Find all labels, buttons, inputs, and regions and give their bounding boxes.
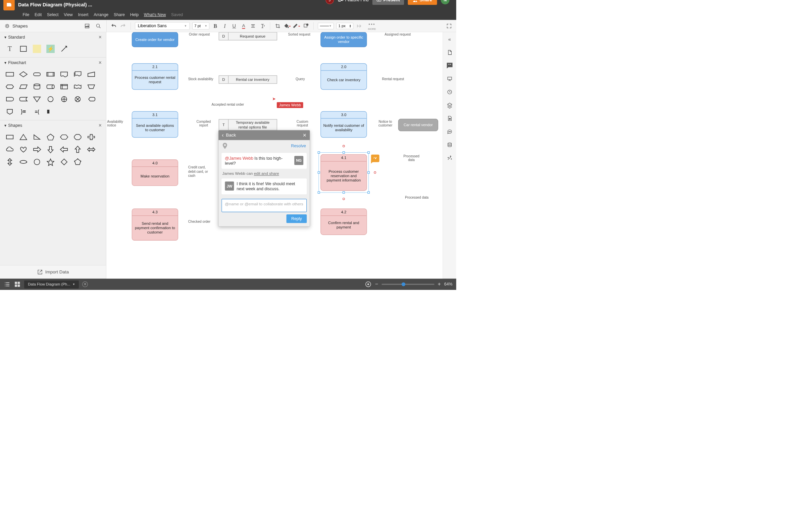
search-icon[interactable] [95, 23, 102, 29]
redo-icon[interactable] [120, 23, 126, 29]
fill-icon[interactable] [284, 23, 291, 29]
shape-paper-tape[interactable] [72, 82, 83, 91]
close-icon[interactable]: × [99, 34, 102, 40]
shape-bolt[interactable]: ⚡ [45, 44, 56, 53]
shape-connector[interactable] [45, 95, 56, 104]
shape-predefined[interactable] [45, 69, 56, 79]
shape-arrow-down[interactable] [45, 145, 56, 154]
zoom-in-icon[interactable]: + [438, 281, 441, 287]
datastore-temp-file[interactable]: T Temporary available rental options fil… [219, 119, 277, 131]
underline-icon[interactable]: U [231, 23, 237, 29]
shape-note[interactable] [32, 44, 42, 53]
shape-brace[interactable]: }≡ [18, 107, 29, 116]
menu-edit[interactable]: Edit [34, 12, 41, 18]
italic-icon[interactable]: I [222, 23, 228, 29]
process-4.2[interactable]: 4.2 Confirm rental and payment [320, 208, 367, 235]
line-width-select[interactable]: 1 px▲▼ [336, 23, 353, 29]
menu-view[interactable]: View [64, 12, 73, 18]
shape-hexagon[interactable] [59, 132, 69, 142]
datastore-request-queue[interactable]: D Request queue [219, 32, 277, 40]
zoom-slider[interactable] [381, 284, 434, 285]
undo-icon[interactable] [110, 23, 117, 29]
process-4.3[interactable]: 4.3 Send rental and payment confirmation… [132, 208, 178, 240]
shape-rect2[interactable] [4, 132, 15, 142]
document-icon[interactable] [3, 0, 15, 10]
shape-database[interactable] [32, 82, 42, 91]
process-create-order[interactable]: Create order for vendor [132, 32, 178, 47]
target-icon[interactable] [365, 281, 372, 288]
user-avatar-n[interactable]: N [441, 0, 450, 4]
present-button[interactable]: Present [372, 0, 404, 5]
more-button[interactable]: ••• MORE [368, 22, 376, 30]
panel-shapes-header[interactable]: ▾ Shapes× [0, 120, 106, 131]
process-assign-order[interactable]: Assign order to specific vendor [320, 32, 367, 47]
shape-arrow[interactable] [59, 44, 69, 53]
diagram-canvas[interactable]: Create order for vendor D Request queue … [106, 32, 442, 279]
shape-document[interactable] [59, 69, 69, 79]
shape-arrow-lr[interactable] [86, 145, 96, 154]
shape-or[interactable] [59, 95, 69, 104]
shape-delay[interactable] [4, 95, 15, 104]
external-vendor[interactable]: Car rental vendor [398, 119, 438, 131]
shape-card[interactable] [45, 107, 56, 116]
bold-icon[interactable]: B [212, 23, 219, 29]
share-button[interactable]: Share [408, 0, 437, 5]
process-2.0[interactable]: 2.0 Check car inventory [320, 63, 367, 90]
process-3.0[interactable]: 3.0 Notify rental customer of availabili… [320, 111, 367, 138]
shape-terminator[interactable] [32, 69, 42, 79]
menu-file[interactable]: File [23, 12, 29, 18]
shape-circle[interactable] [32, 157, 42, 167]
shape-rect[interactable] [18, 44, 29, 53]
chat-icon[interactable] [446, 128, 453, 135]
collaborator-avatar-j[interactable]: J [325, 0, 334, 4]
line-style-select[interactable]: ▼ [318, 23, 334, 29]
shape-merge[interactable] [32, 95, 42, 104]
page-icon[interactable] [446, 49, 453, 56]
menu-share[interactable]: Share [114, 12, 125, 18]
datastore-inventory[interactable]: D Rental car inventory [219, 76, 277, 84]
menu-insert[interactable]: Insert [78, 12, 89, 18]
layers-icon[interactable] [446, 101, 453, 109]
panel-flowchart-header[interactable]: ▾ Flowchart× [0, 57, 106, 68]
shape-octagon[interactable] [72, 132, 83, 142]
shape-heart[interactable] [18, 145, 29, 154]
close-icon[interactable]: × [99, 122, 102, 128]
import-data-button[interactable]: Import Data [0, 265, 106, 279]
menu-select[interactable]: Select [47, 12, 58, 18]
shape-callout-rect[interactable] [18, 157, 29, 167]
fullscreen-icon[interactable] [445, 23, 452, 29]
font-select[interactable]: Liberation Sans▼ [135, 22, 190, 30]
menu-whats-new[interactable]: What's New [144, 12, 166, 18]
page-tab[interactable]: Data Flow Diagram (Ph...▼ [24, 280, 79, 288]
theme-icon[interactable] [446, 115, 453, 122]
feature-find-button[interactable]: Feature Find [338, 0, 369, 3]
document-title[interactable]: Data Flow Diagram (Physical) ... [18, 2, 92, 7]
shape-right-tri[interactable] [32, 132, 42, 142]
shape-manual-input[interactable] [86, 69, 96, 79]
shape-process[interactable] [4, 69, 15, 79]
reply-button[interactable]: Reply [286, 214, 307, 223]
presentation-icon[interactable] [446, 75, 453, 83]
history-icon[interactable] [446, 88, 453, 96]
crop-icon[interactable] [274, 23, 281, 29]
shape-text[interactable]: T [4, 44, 15, 53]
shape-triangle[interactable] [18, 132, 29, 142]
text-options-icon[interactable] [259, 23, 266, 29]
menu-help[interactable]: Help [130, 12, 139, 18]
arrow-direction-icon[interactable] [356, 23, 363, 29]
shape-diamond[interactable] [59, 157, 69, 167]
collapse-rail-icon[interactable]: « [446, 35, 453, 43]
shape-preparation[interactable] [4, 82, 15, 91]
process-4.0[interactable]: 4.0 Make reservation [132, 160, 178, 186]
shape-stored-data[interactable] [18, 95, 29, 104]
shape-arrow-left[interactable] [59, 145, 69, 154]
back-button[interactable]: Back [226, 133, 236, 138]
panel-standard-header[interactable]: ▾ Standard× [0, 32, 106, 42]
grid-icon[interactable] [14, 281, 21, 288]
shape-poly[interactable] [72, 157, 83, 167]
close-icon[interactable]: × [303, 132, 307, 139]
close-icon[interactable]: × [99, 60, 102, 66]
comment-badge-icon[interactable] [371, 155, 379, 162]
shape-multidoc[interactable] [72, 69, 83, 79]
shape-internal-storage[interactable] [59, 82, 69, 91]
